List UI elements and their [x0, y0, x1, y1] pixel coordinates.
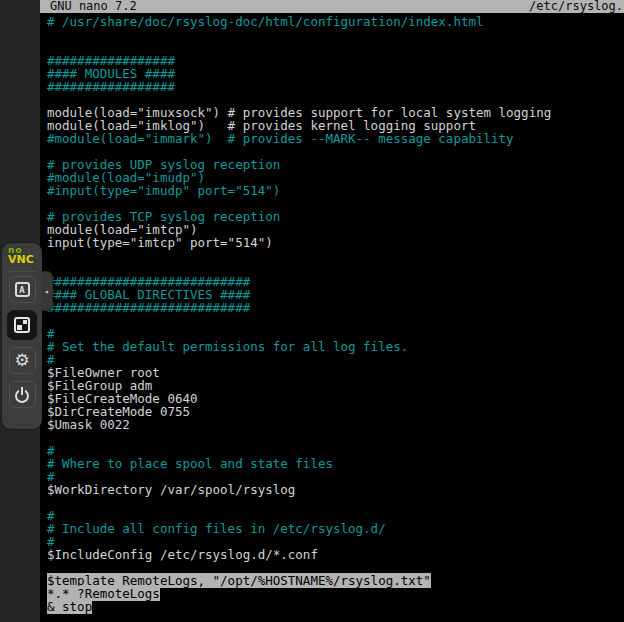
editor-line-text: # Set the default permissions for all lo… — [47, 339, 408, 354]
editor-line — [47, 28, 624, 41]
editor-line-text: $Umask 0022 — [47, 417, 130, 432]
nano-file-path: /etc/rsyslog. — [529, 0, 623, 13]
editor-line-text: # /usr/share/doc/rsyslog-doc/html/config… — [47, 14, 484, 29]
editor-line-text: #module(load="immark") # provides --MARK… — [47, 131, 514, 146]
editor-line — [47, 314, 624, 327]
terminal-editor[interactable]: # /usr/share/doc/rsyslog-doc/html/config… — [40, 13, 624, 622]
editor-line: ################# — [47, 80, 624, 93]
editor-line — [47, 496, 624, 509]
editor-line: #module(load="immark") # provides --MARK… — [47, 132, 624, 145]
extra-keys-button[interactable]: A — [9, 276, 36, 303]
vnc-screen: GNU nano 7.2 /etc/rsyslog. # /usr/share/… — [0, 0, 624, 622]
fullscreen-button[interactable] — [7, 310, 37, 340]
editor-line: $DirCreateMode 0755 — [47, 405, 624, 418]
editor-line-text: $IncludeConfig /etc/rsyslog.d/*.conf — [47, 547, 318, 562]
gear-icon: ⚙ — [14, 352, 29, 369]
editor-line — [47, 249, 624, 262]
a-key-icon: A — [15, 282, 30, 297]
editor-line: # Where to place spool and state files — [47, 457, 624, 470]
editor-line: # Include all config files in /etc/rsysl… — [47, 522, 624, 535]
fullscreen-icon — [14, 317, 30, 333]
editor-line-text: input(type="imtcp" port="514") — [47, 235, 273, 250]
editor-line-text: # Where to place spool and state files — [47, 456, 333, 471]
editor-lines: # /usr/share/doc/rsyslog-doc/html/config… — [47, 15, 624, 613]
novnc-logo-vnc: VNC — [8, 254, 34, 265]
collapse-arrow-icon: ◂ — [44, 287, 49, 296]
editor-line-text: ################# — [47, 79, 175, 94]
nano-titlebar: GNU nano 7.2 /etc/rsyslog. — [40, 0, 624, 13]
editor-line: #input(type="imudp" port="514") — [47, 184, 624, 197]
editor-line-text: & stop — [47, 599, 92, 614]
control-bar-handle[interactable]: ◂ — [41, 271, 53, 311]
editor-line: input(type="imtcp" port="514") — [47, 236, 624, 249]
editor-line: & stop — [47, 600, 624, 613]
editor-line-text: # Include all config files in /etc/rsysl… — [47, 521, 386, 536]
editor-line-text: #input(type="imudp" port="514") — [47, 183, 280, 198]
power-icon — [15, 388, 29, 402]
editor-line: $IncludeConfig /etc/rsyslog.d/*.conf — [47, 548, 624, 561]
editor-line: # Set the default permissions for all lo… — [47, 340, 624, 353]
novnc-control-bar: no VNC A ⚙ — [2, 243, 42, 429]
panel-separator — [7, 271, 37, 272]
editor-line: *.* ?RemoteLogs — [47, 587, 624, 600]
editor-line-text: $WorkDirectory /var/spool/rsyslog — [47, 482, 295, 497]
settings-button[interactable]: ⚙ — [9, 347, 36, 374]
disconnect-button[interactable] — [9, 381, 36, 408]
nano-app-title: GNU nano 7.2 — [50, 0, 137, 13]
editor-line: $Umask 0022 — [47, 418, 624, 431]
editor-line: ########################### — [47, 301, 624, 314]
editor-line: # /usr/share/doc/rsyslog-doc/html/config… — [47, 15, 624, 28]
editor-line — [47, 431, 624, 444]
editor-line: $WorkDirectory /var/spool/rsyslog — [47, 483, 624, 496]
editor-line-text: ########################### — [47, 300, 250, 315]
novnc-logo: no VNC — [2, 246, 34, 265]
